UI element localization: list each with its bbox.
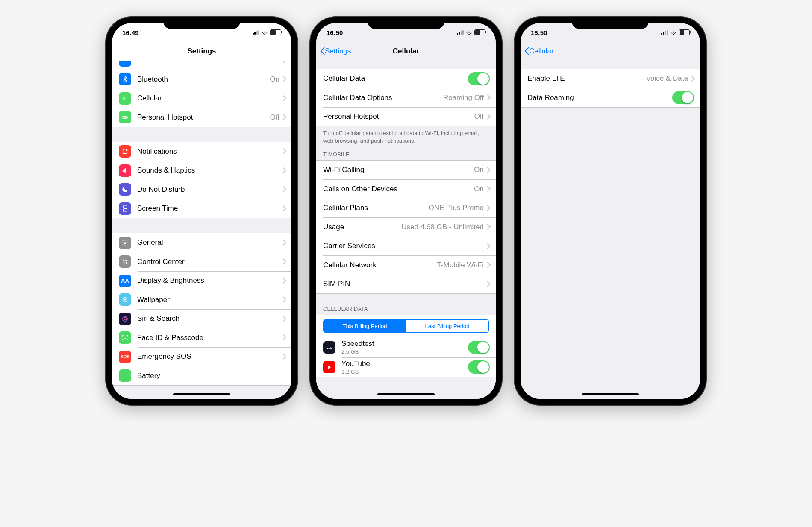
toggle-switch[interactable] (672, 91, 694, 104)
row-app-speedtest[interactable]: Speedtest 2.5 GB (316, 337, 496, 357)
back-button[interactable]: Settings (320, 47, 351, 56)
row-data-roaming[interactable]: Data Roaming (521, 88, 700, 107)
row-cellular-network[interactable]: Cellular Network T-Mobile Wi-Fi (316, 256, 496, 275)
chevron-right-icon (486, 186, 490, 192)
settings-row-battery[interactable]: Battery (112, 366, 291, 385)
notch (368, 17, 444, 29)
status-time: 16:49 (122, 29, 202, 36)
siri-icon (119, 313, 131, 325)
toggle-switch[interactable] (468, 72, 490, 85)
phone-frame: 16:49 Settings (106, 17, 297, 405)
nav-bar: Cellular (521, 42, 700, 61)
content[interactable]: Enable LTE Voice & Data Data Roaming (521, 61, 700, 399)
general-icon (119, 237, 131, 249)
row-label: Wi-Fi Calling (323, 166, 474, 174)
row-cellular-plans[interactable]: Cellular Plans ONE Plus Promo (316, 199, 496, 217)
back-button[interactable]: Cellular (524, 47, 554, 56)
settings-row-siri[interactable]: Siri & Search (112, 309, 291, 328)
seg-this-period[interactable]: This Billing Period (324, 320, 406, 332)
row-value: Roaming Off (443, 94, 484, 102)
svg-point-10 (124, 299, 126, 300)
row-calls-other-devices[interactable]: Calls on Other Devices On (316, 180, 496, 199)
chevron-right-icon (282, 206, 285, 211)
settings-row-screentime[interactable]: Screen Time (112, 199, 291, 218)
row-cellular-data[interactable]: Cellular Data (316, 69, 496, 88)
chevron-right-icon (282, 316, 285, 322)
home-indicator[interactable] (582, 393, 639, 395)
row-value: On (270, 75, 279, 84)
row-label: Enable LTE (527, 74, 646, 83)
settings-row-control-center[interactable]: Control Center (112, 252, 291, 271)
settings-row-faceid[interactable]: Face ID & Passcode (112, 328, 291, 347)
settings-row-cellular[interactable]: Cellular (112, 89, 291, 108)
settings-row-display[interactable]: AA Display & Brightness (112, 271, 291, 290)
row-label: Control Center (137, 258, 282, 266)
chevron-right-icon (282, 168, 285, 173)
screen: 16:50 Cellular Enable LTE Voice & Data (521, 23, 700, 399)
row-label: Usage (323, 223, 401, 231)
settings-group-alerts: Notifications Sounds & Haptics Do (112, 142, 291, 219)
row-label: Bluetooth (137, 75, 270, 84)
settings-row-hotspot[interactable]: Personal Hotspot Off (112, 108, 291, 127)
signal-icon (253, 30, 260, 35)
status-time: 16:50 (327, 29, 406, 36)
row-label: Cellular Data Options (323, 94, 443, 102)
svg-point-12 (124, 317, 127, 320)
section-header: T-MOBILE (316, 149, 496, 160)
chevron-right-icon (282, 149, 285, 154)
hotspot-icon (119, 111, 131, 123)
segmented-control[interactable]: This Billing Period Last Billing Period (323, 319, 489, 333)
wifi-icon-app (119, 61, 131, 67)
chevron-right-icon (486, 167, 490, 173)
row-usage[interactable]: Usage Used 4.68 GB - Unlimited (316, 218, 496, 237)
status-time: 16:50 (531, 29, 610, 36)
cellular-group-carrier: Wi-Fi Calling On Calls on Other Devices … (316, 160, 496, 294)
settings-row-notifications[interactable]: Notifications (112, 142, 291, 161)
row-label: Battery (137, 372, 285, 380)
row-label: SIM PIN (323, 280, 486, 288)
toggle-switch[interactable] (468, 360, 490, 374)
nav-bar: Settings Cellular (316, 42, 496, 61)
sounds-icon (119, 164, 131, 177)
settings-row-wifi[interactable] (112, 61, 291, 70)
row-wifi-calling[interactable]: Wi-Fi Calling On (316, 161, 496, 179)
chevron-right-icon (282, 335, 285, 340)
row-value: On (474, 185, 484, 193)
row-sim-pin[interactable]: SIM PIN (316, 275, 496, 293)
home-indicator[interactable] (377, 393, 435, 395)
row-cellular-data-options[interactable]: Cellular Data Options Roaming Off (316, 88, 496, 107)
row-enable-lte[interactable]: Enable LTE Voice & Data (521, 69, 700, 88)
notch (163, 17, 240, 29)
settings-row-wallpaper[interactable]: Wallpaper (112, 290, 291, 309)
settings-row-bluetooth[interactable]: Bluetooth On (112, 70, 291, 89)
chevron-right-icon (486, 281, 490, 287)
settings-row-dnd[interactable]: Do Not Disturb (112, 180, 291, 199)
content[interactable]: Cellular Data Cellular Data Options Roam… (316, 61, 496, 399)
content[interactable]: Bluetooth On Cellular Pe (112, 61, 291, 399)
toggle-switch[interactable] (468, 341, 490, 354)
wifi-icon (670, 29, 677, 36)
svg-point-5 (123, 260, 124, 261)
row-label: General (137, 238, 282, 247)
settings-row-sos[interactable]: SOS Emergency SOS (112, 347, 291, 366)
chevron-left-icon (524, 47, 529, 56)
signal-icon (661, 30, 668, 35)
row-label: Cellular Plans (323, 204, 429, 212)
seg-last-period[interactable]: Last Billing Period (406, 320, 488, 332)
row-carrier-services[interactable]: Carrier Services (316, 237, 496, 255)
row-label: Calls on Other Devices (323, 185, 474, 193)
svg-point-4 (124, 242, 126, 243)
status-indicators (202, 29, 281, 36)
app-usage: 2.5 GB (341, 348, 468, 355)
settings-row-sounds[interactable]: Sounds & Haptics (112, 161, 291, 180)
home-indicator[interactable] (173, 393, 230, 395)
row-label: Personal Hotspot (323, 112, 474, 121)
row-label: Screen Time (137, 204, 282, 213)
notifications-icon (119, 145, 131, 158)
row-app-youtube[interactable]: YouTube 1.2 GB (316, 358, 496, 377)
battery-app-icon (119, 369, 131, 382)
settings-row-general[interactable]: General (112, 233, 291, 252)
row-label: Cellular Network (323, 261, 437, 269)
row-personal-hotspot[interactable]: Personal Hotspot Off (316, 107, 496, 126)
section-footer: Turn off cellular data to restrict all d… (316, 126, 496, 147)
